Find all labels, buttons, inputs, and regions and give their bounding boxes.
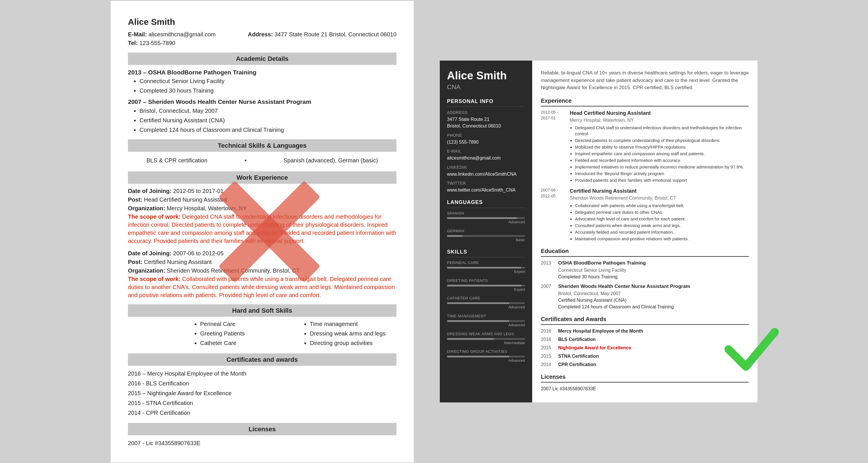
cert-right-1: 2016 Mercy Hospital Employee of the Mont… xyxy=(541,328,749,334)
lang-spanish-level: Advanced xyxy=(447,220,525,225)
languages-title: Languages xyxy=(447,198,525,208)
exp-item-1: 2012-05 - 2017-01 Head Certified Nursing… xyxy=(541,109,749,184)
right-resume: Alice Smith CNA Personal Info Address 34… xyxy=(440,61,757,402)
personal-info-title: Personal Info xyxy=(447,98,525,107)
left-email: E-Mail: alicesmithcna@gmail.com Tel: 123… xyxy=(128,30,216,47)
edu-item-right-2: 2007 Sheriden Woods Health Center Nurse … xyxy=(541,283,749,310)
skill-time: TIME MANAGEMENT Advanced xyxy=(447,313,525,328)
right-name: Alice Smith xyxy=(447,69,525,82)
phone-value: (123) 555-7890 xyxy=(447,139,525,145)
linkedin-label: Linkedin xyxy=(447,164,525,170)
address-value: 3477 State Route 21 Bristol, Connecticut… xyxy=(447,116,525,129)
experience-section-title: Experience xyxy=(541,97,749,106)
lang-german-name: GERMAN xyxy=(447,229,525,234)
cert-right-3: 2015 Nightingale Award for Excellence xyxy=(541,344,749,351)
hard-soft-list: Perineal Care Greeting Patients Catheter… xyxy=(200,320,397,348)
skill-catheter: CATHETER CARE Advanced xyxy=(447,296,525,310)
skills-line: BLS & CPR certification • Spanish (advan… xyxy=(128,155,397,166)
left-name: Alice Smith xyxy=(128,15,397,28)
cert-right-5: 2014 CPR Certification xyxy=(541,361,749,368)
lang-spanish: SPANISH Advanced xyxy=(447,211,525,225)
left-resume: Alice Smith E-Mail: alicesmithcna@gmail.… xyxy=(111,1,414,462)
exp-title-1: Head Certified Nursing Assistant xyxy=(570,109,749,117)
work-item-1: Date of Joining: 2012-05 to 2017-01 Post… xyxy=(128,187,397,245)
licenses-section-title: Licenses xyxy=(541,373,749,383)
cert-right-4: 2015 STNA Certification xyxy=(541,353,749,359)
work-section-header: Work Experience xyxy=(128,171,397,184)
license-right-1: 2007 Lic #343558907633E xyxy=(541,386,749,392)
edu-item-1: 2013 – OSHA BloodBorne Pathogen Training… xyxy=(128,68,397,95)
email-label: E-mail xyxy=(447,148,525,154)
address-label: Address xyxy=(447,110,525,115)
skill-directing: DIRECTING GROUP ACTIVITIES Advanced xyxy=(447,349,525,363)
lang-german-level: Basic xyxy=(447,237,525,243)
twitter-value: www.twitter.com/AliceSmith_CNA xyxy=(447,187,525,193)
left-contact: E-Mail: alicesmithcna@gmail.com Tel: 123… xyxy=(128,30,397,47)
skill-greeting: GREETING PATIENTS Expert xyxy=(447,278,525,293)
certs-header: Certificates and awards xyxy=(128,353,397,366)
technical-section-header: Technical Skills & Languages xyxy=(128,139,397,152)
exp-dates-2: 2007-06 - 2012-05 xyxy=(541,187,570,242)
certs-list: 2016 – Mercy Hospital Employee of the Mo… xyxy=(128,369,397,418)
exp-org-1: Mercy Hospital, Watertown, NY xyxy=(570,117,749,124)
hard-soft-header: Hard and Soft Skills xyxy=(128,304,397,317)
licenses-list: 2007 - Lic #343558907633E xyxy=(128,438,397,448)
exp-dates-1: 2012-05 - 2017-01 xyxy=(541,109,570,184)
right-title: CNA xyxy=(447,82,525,92)
edu-item-2: 2007 – Sheriden Woods Health Center Nurs… xyxy=(128,97,397,134)
exp-title-2: Certified Nursing Assistant xyxy=(570,187,749,195)
lang-german: GERMAN Basic xyxy=(447,229,525,243)
work-item-2: Date of Joining: 2007-06 to 2012-05 Post… xyxy=(128,249,397,299)
exp-item-2: 2007-06 - 2012-05 Certified Nursing Assi… xyxy=(541,187,749,242)
linkedin-value: www.linkedin.com/AliceSmithCNA xyxy=(447,171,525,177)
exp-org-2: Sheridan Woods Retirement Community, Bri… xyxy=(570,195,749,201)
licenses-header: Licenses xyxy=(128,423,397,435)
twitter-label: Twitter xyxy=(447,180,525,186)
edu-item-right-1: 2013 OSHA BloodBorne Pathogen Training C… xyxy=(541,260,749,280)
lang-spanish-name: SPANISH xyxy=(447,211,525,217)
cert-right-2: 2016 BLS Certification xyxy=(541,336,749,343)
phone-label: Phone xyxy=(447,132,525,138)
certs-section-title: Certificates and Awards xyxy=(541,315,749,325)
resume-sidebar: Alice Smith CNA Personal Info Address 34… xyxy=(440,61,532,402)
resume-main-content: Reliable, bi-lingual CNA of 10+ years in… xyxy=(532,61,757,402)
academic-section-header: Academic Details xyxy=(128,53,397,65)
skill-perineal: PERINEAL CARE Expert xyxy=(447,260,525,275)
skills-title: Skills xyxy=(447,248,525,257)
email-value: alicesmithcna@gmail.com xyxy=(447,155,525,161)
left-resume-wrapper: Alice Smith E-Mail: alicesmithcna@gmail.… xyxy=(111,1,428,462)
education-section-title: Education xyxy=(541,247,749,257)
right-resume-wrapper: Alice Smith CNA Personal Info Address 34… xyxy=(440,61,757,402)
left-address: Address: 3477 State Route 21 Bristol, Co… xyxy=(248,30,397,47)
skill-dressing: DRESSING WEAK ARMS AND LEGS Intermediate xyxy=(447,331,525,346)
summary: Reliable, bi-lingual CNA of 10+ years in… xyxy=(541,69,749,92)
